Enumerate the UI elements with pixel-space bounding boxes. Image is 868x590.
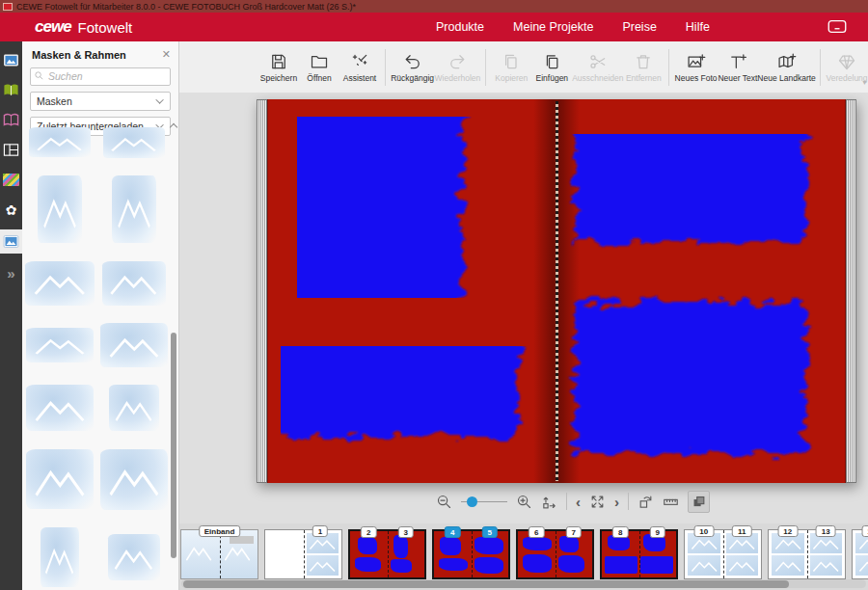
rail-item-book-green-icon[interactable]	[0, 80, 22, 100]
rail-item-photo-icon[interactable]	[0, 50, 22, 70]
cover-title-box	[230, 536, 254, 544]
rail-item-layout-icon[interactable]	[0, 140, 22, 160]
mask-thumbnail[interactable]	[26, 328, 94, 362]
book-page-left[interactable]	[267, 99, 556, 483]
category-select[interactable]: Masken	[30, 92, 171, 111]
new-photo-button[interactable]: Neues Foto	[674, 45, 718, 90]
page-number-tab[interactable]: 3	[398, 526, 414, 538]
masks-frames-icon	[3, 234, 19, 249]
filmstrip-thumb-4-5[interactable]: 45	[432, 529, 510, 579]
diamond-button[interactable]: Veredelung▼	[826, 45, 868, 90]
toolbar-separator	[820, 49, 821, 86]
trash-button[interactable]: Entfernen	[623, 45, 664, 90]
page-number-tab[interactable]: 5	[482, 526, 498, 538]
previous-page-icon[interactable]: ‹	[576, 495, 581, 509]
mask-thumbnail[interactable]	[38, 175, 82, 243]
filmstrip-thumb-Einband[interactable]: Einband	[180, 529, 258, 579]
page-number-tab[interactable]: 4	[445, 526, 460, 538]
redo-button[interactable]: Wiederholen	[434, 45, 480, 90]
wand-button[interactable]: Assistent	[339, 45, 380, 90]
search-input[interactable]	[30, 67, 171, 86]
thumb-photo-mask	[559, 536, 579, 552]
new-text-button[interactable]: Neuer Text	[718, 45, 758, 90]
menu-item-produkte[interactable]: Produkte	[436, 20, 484, 34]
menu-item-meine-projekte[interactable]: Meine Projekte	[513, 20, 593, 34]
ruler-icon[interactable]	[663, 494, 679, 510]
mask-thumbnail[interactable]	[26, 385, 94, 431]
thumb-page	[769, 530, 807, 578]
fit-page-icon[interactable]	[541, 494, 557, 510]
fit-view-icon[interactable]	[589, 494, 606, 510]
mask-thumbnail[interactable]	[29, 127, 91, 157]
mask-thumbnail[interactable]	[108, 534, 160, 580]
page-number-tab[interactable]: 11	[732, 525, 751, 537]
layers-icon[interactable]	[688, 491, 710, 513]
mask-thumbnail[interactable]	[100, 449, 168, 510]
diamond-icon	[837, 52, 856, 71]
rail-item-masks-frames-icon[interactable]	[0, 229, 22, 254]
page-number-tab[interactable]: 6	[529, 526, 544, 538]
messages-envelope-icon[interactable]	[827, 19, 847, 34]
filmstrip-thumb-12-13[interactable]: 1213	[768, 529, 846, 579]
open-folder-button[interactable]: Öffnen	[299, 45, 339, 90]
menu-item-hilfe[interactable]: Hilfe	[686, 20, 710, 34]
page-number-tab[interactable]: 12	[777, 525, 798, 537]
mask-thumbnail[interactable]	[109, 385, 159, 431]
image-placeholder-icon	[116, 186, 152, 233]
rail-item-book-pink-icon[interactable]	[0, 110, 22, 130]
zoom-slider-knob[interactable]	[467, 496, 477, 507]
mask-thumbnail[interactable]	[112, 175, 156, 243]
page-number-tab[interactable]: 10	[693, 525, 714, 537]
zoom-out-icon[interactable]	[436, 494, 452, 510]
zoom-slider[interactable]	[461, 496, 507, 507]
toolbar-separator	[485, 49, 486, 86]
page-number-tab[interactable]: 2	[361, 526, 376, 538]
mask-thumbnail[interactable]	[25, 261, 95, 306]
page-number-tab[interactable]: Einband	[199, 525, 241, 537]
filmstrip-thumb-10-11[interactable]: 1011	[684, 529, 762, 579]
thumb-spine-line	[723, 530, 724, 578]
rail-item-clipart-flower-icon[interactable]: ✿	[0, 200, 22, 220]
photobook-spread[interactable]	[257, 99, 856, 483]
filmstrip-scrollbar[interactable]	[181, 579, 866, 588]
save-icon	[269, 52, 288, 71]
zoom-in-icon[interactable]	[516, 494, 532, 510]
book-page-right[interactable]	[556, 99, 846, 483]
scroll-up-icon[interactable]	[170, 123, 177, 131]
page-number-tab[interactable]: 1	[312, 525, 328, 537]
thumb-photo-mask	[439, 558, 469, 571]
mask-thumbnail[interactable]	[103, 127, 165, 158]
save-button[interactable]: Speichern	[258, 45, 299, 90]
view-controls: ‹ ›	[436, 490, 710, 513]
mask-thumbnail[interactable]	[102, 261, 166, 306]
filmstrip-thumb-1[interactable]: 1	[264, 529, 342, 579]
filmstrip-thumb-2-3[interactable]: 23	[348, 529, 426, 579]
filmstrip-scrollbar-thumb[interactable]	[183, 580, 789, 588]
filmstrip-thumb-14[interactable]: 14	[852, 529, 868, 579]
page-number-tab[interactable]: 13	[816, 525, 836, 537]
toolbar-button-label: Assistent	[343, 73, 377, 83]
thumb-photo-mask	[640, 556, 673, 574]
scrollbar-thumb[interactable]	[171, 333, 176, 558]
rail-item-expand-chevrons-icon[interactable]: »	[0, 263, 22, 283]
page-number-tab[interactable]: 9	[650, 526, 665, 538]
filmstrip-thumb-6-7[interactable]: 67	[516, 529, 594, 579]
page-arrange-icon[interactable]	[637, 494, 654, 510]
new-map-button[interactable]: Neue Landkarte	[758, 45, 815, 90]
next-page-icon[interactable]: ›	[614, 495, 619, 509]
mask-thumbnail[interactable]	[26, 449, 94, 509]
mask-thumbnail[interactable]	[41, 527, 79, 587]
filmstrip-thumb-8-9[interactable]: 89	[600, 529, 678, 579]
undo-button[interactable]: Rückgängig	[391, 45, 435, 90]
scissors-button[interactable]: Ausschneiden	[572, 45, 623, 90]
menu-item-preise[interactable]: Preise	[622, 20, 656, 34]
mask-thumbnail[interactable]	[100, 323, 168, 367]
page-number-tab[interactable]: 14	[861, 525, 868, 537]
close-icon[interactable]: ✕	[162, 48, 171, 61]
page-number-tab[interactable]: 7	[566, 526, 582, 538]
paste-button[interactable]: Einfügen	[531, 45, 572, 90]
panel-scrollbar[interactable]	[170, 122, 177, 590]
page-number-tab[interactable]: 8	[612, 526, 628, 538]
rail-item-backgrounds-stripes-icon[interactable]	[0, 170, 22, 190]
copy-button[interactable]: Kopieren	[491, 45, 531, 90]
